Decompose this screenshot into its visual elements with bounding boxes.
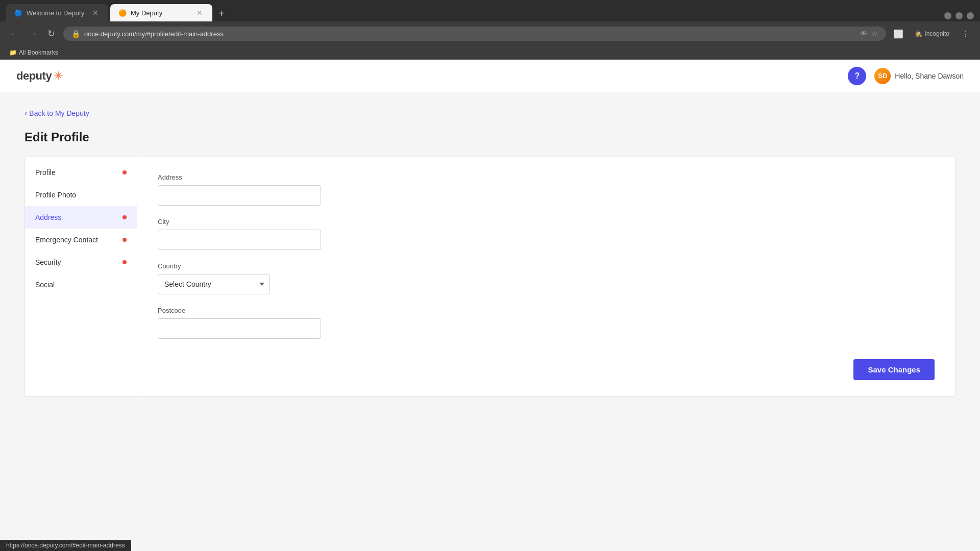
address-label: Address: [35, 213, 61, 221]
maximize-button[interactable]: [955, 12, 963, 19]
tab1-label: Welcome to Deputy: [27, 9, 84, 17]
incognito-icon: 🕵: [915, 30, 922, 37]
incognito-button[interactable]: 🕵 Incognito: [911, 28, 953, 39]
postcode-field-label: Postcode: [158, 307, 935, 314]
address-dot: [122, 215, 127, 219]
sidebar-item-profile[interactable]: Profile: [25, 161, 137, 184]
sidebar-item-emergency-contact[interactable]: Emergency Contact: [25, 229, 137, 251]
form-panel: Address City Country Select Country Unit…: [137, 157, 955, 396]
back-link-text: Back to My Deputy: [29, 109, 89, 117]
close-button[interactable]: [967, 12, 974, 19]
save-changes-button[interactable]: Save Changes: [853, 359, 935, 380]
main-content: ‹ Back to My Deputy Edit Profile Profile…: [0, 92, 980, 413]
form-actions: Save Changes: [158, 351, 935, 380]
logo-text: deputy: [16, 69, 52, 83]
city-section: City: [158, 218, 935, 250]
menu-button[interactable]: ⋮: [958, 26, 974, 42]
sidebar-item-security[interactable]: Security: [25, 251, 137, 273]
address-input[interactable]: [158, 185, 321, 206]
browser-tabs: 🔵 Welcome to Deputy ✕ 🟠 My Deputy ✕ +: [0, 0, 980, 21]
sidebar-item-profile-photo[interactable]: Profile Photo: [25, 184, 137, 206]
lock-icon: 🔒: [71, 30, 80, 38]
address-field-label: Address: [158, 173, 935, 181]
help-icon: ?: [854, 71, 860, 81]
city-field-label: City: [158, 218, 935, 226]
country-section: Country Select Country United States Uni…: [158, 262, 935, 294]
tab2-favicon: 🟠: [118, 9, 127, 17]
logo-star-icon: ✳: [54, 69, 63, 83]
emergency-contact-label: Emergency Contact: [35, 236, 98, 244]
help-button[interactable]: ?: [848, 67, 866, 85]
star-icon: ☆: [871, 30, 878, 38]
profile-label: Profile: [35, 168, 56, 177]
app-logo: deputy ✳: [16, 69, 63, 83]
user-greeting: SD Hello, Shane Dawson: [874, 68, 964, 84]
country-field-label: Country: [158, 262, 935, 270]
tab2-label: My Deputy: [131, 9, 162, 17]
profile-dot: [122, 170, 127, 174]
chevron-left-icon: ‹: [24, 109, 27, 118]
tab1-favicon: 🔵: [14, 9, 22, 17]
bookmarks-folder[interactable]: 📁 All Bookmarks: [6, 48, 61, 57]
social-label: Social: [35, 281, 55, 289]
new-tab-button[interactable]: +: [214, 6, 229, 21]
app-header: deputy ✳ ? SD Hello, Shane Dawson: [0, 60, 980, 92]
security-label: Security: [35, 258, 61, 266]
tab-welcome-to-deputy[interactable]: 🔵 Welcome to Deputy ✕: [6, 4, 108, 21]
tab2-close[interactable]: ✕: [195, 8, 204, 17]
profile-photo-label: Profile Photo: [35, 191, 76, 199]
bookmarks-label: All Bookmarks: [19, 49, 58, 56]
page-wrapper: deputy ✳ ? SD Hello, Shane Dawson ‹ Back…: [0, 60, 980, 509]
folder-icon: 📁: [9, 49, 17, 56]
greeting-text: Hello, Shane Dawson: [895, 72, 964, 80]
page-title: Edit Profile: [24, 130, 955, 144]
minimize-button[interactable]: [944, 12, 951, 19]
eye-slash-icon: 👁: [860, 30, 867, 38]
avatar-initials: SD: [878, 72, 887, 80]
sidebar-item-address[interactable]: Address: [25, 206, 137, 229]
avatar: SD: [874, 68, 891, 84]
country-select[interactable]: Select Country United States United King…: [158, 274, 270, 294]
back-link[interactable]: ‹ Back to My Deputy: [24, 109, 955, 118]
sidebar-item-social[interactable]: Social: [25, 273, 137, 296]
nav-controls: ← → ↻: [6, 26, 59, 42]
address-text: once.deputy.com/my/#profile/edit-main-ad…: [84, 30, 856, 38]
emergency-dot: [122, 238, 127, 242]
incognito-label: Incognito: [924, 30, 949, 37]
browser-toolbar: ← → ↻ 🔒 once.deputy.com/my/#profile/edit…: [0, 21, 980, 46]
forward-button[interactable]: →: [24, 26, 41, 42]
back-button[interactable]: ←: [6, 26, 22, 42]
extensions-button[interactable]: ⬜: [890, 26, 906, 42]
tab1-close[interactable]: ✕: [91, 8, 100, 17]
tab-my-deputy[interactable]: 🟠 My Deputy ✕: [110, 4, 212, 21]
edit-profile-container: Profile Profile Photo Address Emergency …: [24, 157, 955, 397]
sidebar-nav: Profile Profile Photo Address Emergency …: [25, 157, 137, 396]
header-right: ? SD Hello, Shane Dawson: [848, 67, 964, 85]
browser-chrome: 🔵 Welcome to Deputy ✕ 🟠 My Deputy ✕ + ← …: [0, 0, 980, 60]
security-dot: [122, 260, 127, 264]
city-input[interactable]: [158, 230, 321, 250]
reload-button[interactable]: ↻: [43, 26, 59, 42]
postcode-section: Postcode: [158, 307, 935, 339]
postcode-input[interactable]: [158, 318, 321, 339]
address-section: Address: [158, 173, 935, 206]
browser-actions: ⬜ 🕵 Incognito ⋮: [890, 26, 974, 42]
bookmarks-bar: 📁 All Bookmarks: [0, 46, 980, 60]
address-bar[interactable]: 🔒 once.deputy.com/my/#profile/edit-main-…: [63, 27, 886, 41]
